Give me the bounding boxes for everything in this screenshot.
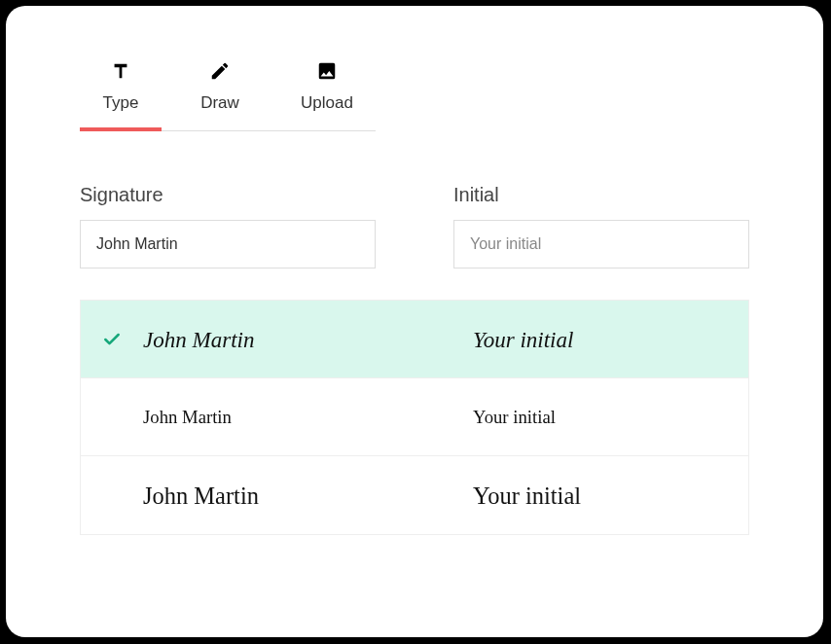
- inputs-row: Signature Initial: [80, 184, 749, 268]
- tab-upload[interactable]: Upload: [278, 58, 376, 130]
- cursive-initial-2: Your initial: [473, 400, 627, 435]
- cursive-signature-1: John Martin: [143, 322, 325, 357]
- svg-text:Your initial: Your initial: [473, 483, 581, 509]
- cursive-initial-1: Your initial: [473, 322, 627, 357]
- signature-style-list: John Martin Your initial John Martin You…: [80, 300, 749, 535]
- style-option-1[interactable]: John Martin Your initial: [81, 301, 748, 378]
- svg-text:John Martin: John Martin: [143, 407, 233, 427]
- cursive-signature-3: John Martin: [143, 478, 325, 513]
- tab-draw[interactable]: Draw: [162, 58, 278, 130]
- cursive-initial-3: Your initial: [473, 478, 627, 513]
- initial-preview: Your initial: [473, 322, 727, 357]
- signature-preview: John Martin: [143, 400, 473, 435]
- initial-input[interactable]: [453, 220, 749, 268]
- initial-label: Initial: [453, 184, 749, 206]
- signature-input[interactable]: [80, 220, 376, 268]
- initial-preview: Your initial: [473, 400, 727, 435]
- signature-group: Signature: [80, 184, 376, 268]
- initial-group: Initial: [453, 184, 749, 268]
- signature-card: Type Draw Upload Signature Initial: [6, 6, 823, 637]
- check-icon: [102, 330, 122, 349]
- signature-label: Signature: [80, 184, 376, 206]
- svg-text:John Martin: John Martin: [143, 483, 259, 509]
- signature-preview: John Martin: [143, 322, 473, 357]
- image-icon: [316, 58, 338, 84]
- cursive-signature-2: John Martin: [143, 400, 325, 435]
- tabs: Type Draw Upload: [80, 58, 376, 131]
- signature-preview: John Martin: [143, 478, 473, 513]
- svg-text:Your initial: Your initial: [473, 326, 573, 351]
- initial-preview: Your initial: [473, 478, 727, 513]
- svg-text:Your initial: Your initial: [473, 407, 556, 427]
- svg-text:John Martin: John Martin: [143, 326, 254, 351]
- tab-upload-label: Upload: [301, 93, 353, 113]
- active-tab-indicator: [80, 127, 162, 131]
- pencil-icon: [209, 58, 231, 84]
- tab-type[interactable]: Type: [80, 58, 162, 130]
- check-col: [102, 330, 143, 349]
- style-option-2[interactable]: John Martin Your initial: [81, 378, 748, 456]
- style-option-3[interactable]: John Martin Your initial: [81, 456, 748, 534]
- tab-draw-label: Draw: [200, 93, 239, 113]
- type-icon: [110, 58, 131, 84]
- tab-type-label: Type: [103, 93, 139, 113]
